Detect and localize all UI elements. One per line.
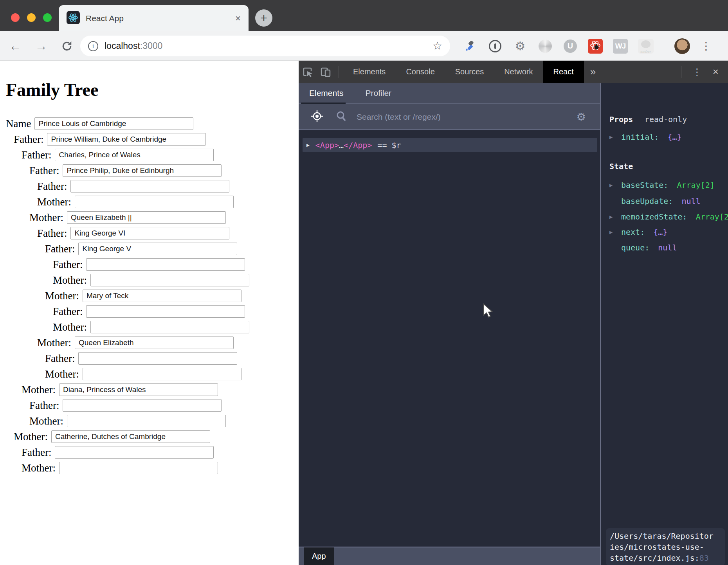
relation-input[interactable] [67, 211, 226, 224]
relation-input[interactable] [55, 149, 214, 161]
react-search-bar: ⚙ [299, 104, 600, 130]
disclosure-triangle-icon[interactable]: ▶ [609, 179, 613, 191]
relation-input[interactable] [67, 415, 226, 427]
relation-input[interactable] [75, 336, 234, 349]
device-toolbar-icon[interactable] [317, 61, 335, 83]
state-row-basestate[interactable]: ▶ baseState: Array[2] [601, 179, 728, 191]
relation-input[interactable] [59, 462, 218, 474]
breadcrumb-bar: App [299, 547, 600, 565]
relation-input[interactable] [83, 290, 241, 302]
relation-input[interactable] [75, 196, 234, 208]
form-row: Father: [0, 352, 299, 365]
devtools-tab-console[interactable]: Console [396, 61, 445, 83]
window-minimize-button[interactable] [27, 13, 36, 22]
relation-input[interactable] [70, 227, 229, 239]
back-button[interactable]: ← [5, 31, 25, 61]
relation-input[interactable] [55, 446, 214, 459]
relation-input[interactable] [86, 258, 245, 271]
state-row-queue[interactable]: queue: null [601, 242, 728, 254]
family-tree-form: Name Father: Father: Father: Father: Mot… [0, 117, 299, 474]
relation-input[interactable] [83, 368, 241, 380]
react-devtools-right-pane: Props read-only ▶ initial: {…} State ▶ b… [600, 83, 728, 565]
state-row-next[interactable]: ▶ next: {…} [601, 226, 728, 238]
relation-label: Mother: [22, 384, 56, 396]
disclosure-triangle-icon[interactable]: ▶ [609, 131, 613, 143]
form-row-name: Name [0, 117, 299, 130]
form-row: Father: [0, 258, 299, 271]
relation-input[interactable] [90, 274, 249, 286]
relation-input[interactable] [78, 352, 237, 365]
bookmark-star-icon[interactable]: ☆ [432, 40, 442, 52]
devtools-close-icon[interactable]: × [709, 66, 723, 78]
ublock-extension-icon[interactable]: U [563, 39, 578, 54]
devtools-tab-network[interactable]: Network [494, 61, 543, 83]
browser-tab[interactable]: React App × [59, 5, 249, 31]
close-tag: </App> [344, 140, 372, 150]
window-close-button[interactable] [11, 13, 20, 22]
react-tab-elements[interactable]: Elements [309, 88, 344, 98]
component-tree-row-app[interactable]: ▶ <App> … </App> == $r [303, 138, 597, 152]
profile-avatar[interactable] [674, 38, 690, 54]
swirl-extension-icon[interactable] [538, 39, 553, 54]
browser-toolbar: ← → i localhost :3000 ☆ ⚙ U [0, 31, 728, 61]
name-input[interactable] [34, 117, 193, 130]
eyedropper-extension-icon[interactable] [463, 39, 478, 54]
devtools-tab-sources[interactable]: Sources [445, 61, 494, 83]
site-info-icon[interactable]: i [88, 41, 98, 51]
window-titlebar: React App × + [0, 0, 728, 31]
state-row-memoizedstate[interactable]: ▶ memoizedState: Array[2] [601, 211, 728, 223]
browser-menu-icon[interactable]: ⋮ [700, 40, 712, 52]
relation-input[interactable] [51, 430, 210, 443]
toolbar-divider [339, 66, 339, 78]
address-bar[interactable]: i localhost :3000 ☆ [80, 36, 450, 56]
form-row: Father: [0, 180, 299, 193]
inspect-element-icon[interactable] [299, 61, 317, 83]
relation-label: Father: [37, 227, 67, 239]
disclosure-triangle-icon[interactable]: ▶ [306, 142, 310, 148]
tab-close-icon[interactable]: × [235, 14, 241, 23]
adblock-gear-extension-icon[interactable]: ⚙ [513, 39, 528, 54]
form-row: Mother: [0, 462, 299, 474]
onepassword-extension-icon[interactable] [488, 39, 503, 54]
react-devtools-extension-icon[interactable] [588, 39, 603, 54]
form-row: Mother: [0, 415, 299, 427]
form-row: Father: [0, 149, 299, 161]
relation-input[interactable] [47, 133, 206, 146]
react-tab-profiler[interactable]: Profiler [366, 88, 392, 98]
relation-input[interactable] [86, 305, 245, 318]
source-location-link[interactable]: /Users/taras/Repositor ies/microstates-u… [606, 528, 725, 565]
disclosure-triangle-icon[interactable]: ▶ [609, 226, 613, 238]
disclosure-triangle-icon[interactable]: ▶ [609, 211, 613, 223]
relation-input[interactable] [63, 164, 222, 177]
search-input[interactable] [357, 112, 577, 122]
relation-label: Mother: [53, 321, 87, 333]
breadcrumb-app[interactable]: App [304, 547, 334, 565]
settings-gear-icon[interactable]: ⚙ [577, 111, 586, 123]
state-row-baseupdate[interactable]: baseUpdate: null [601, 195, 728, 207]
prop-row-initial[interactable]: ▶ initial: {…} [601, 131, 728, 143]
relation-input[interactable] [70, 180, 229, 193]
relation-label: Father: [53, 259, 83, 271]
form-row: Mother: [0, 383, 299, 396]
form-row: Father: [0, 446, 299, 459]
read-only-badge: read-only [645, 115, 687, 124]
relation-input[interactable] [90, 321, 249, 333]
more-tabs-icon[interactable]: » [584, 66, 602, 78]
relation-input[interactable] [63, 399, 222, 412]
devtools-tab-react[interactable]: React [543, 61, 584, 83]
relation-input[interactable] [78, 243, 237, 255]
relation-input[interactable] [59, 383, 218, 396]
form-row: Mother: [0, 321, 299, 333]
ember-extension-icon[interactable]: ember [638, 39, 654, 54]
source-path-line: state/src/index.js [610, 553, 695, 563]
select-element-target-icon[interactable] [310, 110, 324, 124]
form-row: Father: [0, 133, 299, 146]
new-tab-button[interactable]: + [255, 9, 272, 27]
wj-extension-icon[interactable]: WJ [613, 39, 628, 54]
forward-button[interactable]: → [31, 31, 51, 61]
devtools-menu-icon[interactable]: ⋮ [687, 67, 707, 77]
form-row: Father: [0, 227, 299, 239]
devtools-tab-elements[interactable]: Elements [343, 61, 396, 83]
reload-button[interactable] [57, 31, 77, 61]
window-zoom-button[interactable] [43, 13, 52, 22]
